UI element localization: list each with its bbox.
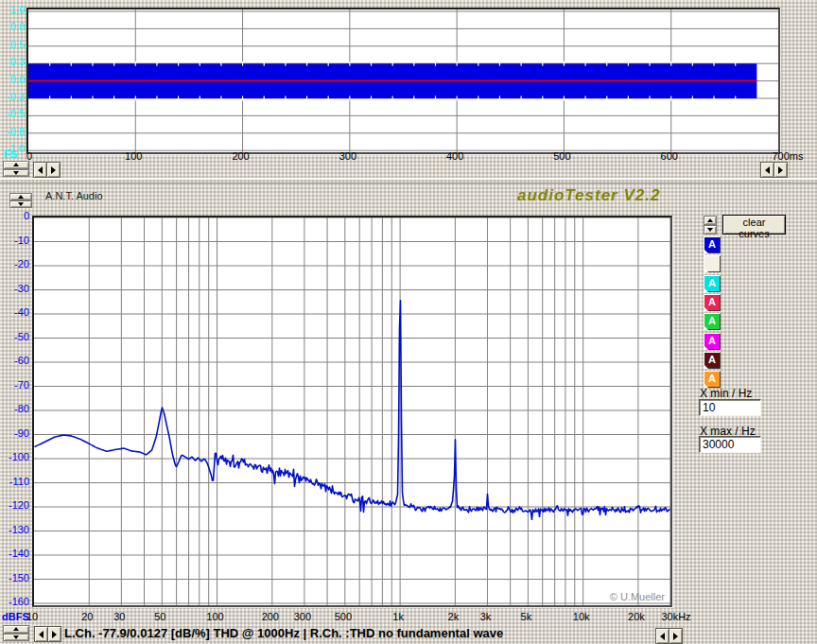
curve-select-down-button[interactable]: [704, 225, 717, 235]
scope-y-tick-label: 0.3: [0, 57, 25, 67]
scope-y-tick-label: -0.8: [0, 127, 25, 137]
analyzer-y-zoom-up-button[interactable]: [9, 193, 32, 200]
button-fold-decoration: [704, 287, 708, 292]
curve-select-up-button[interactable]: [704, 216, 717, 225]
spectrum-y-tick-label: -50: [0, 332, 29, 342]
spectrum-y-tick-label: -130: [0, 525, 29, 535]
scope-x-tick-label: 700ms: [759, 151, 816, 162]
curve-button-pink[interactable]: A: [704, 294, 721, 311]
panel-divider: [0, 178, 817, 183]
spectrum-x-tick-label: 10k: [553, 612, 610, 622]
copyright-label: © U.Mueller: [610, 591, 665, 602]
curve-button-blank[interactable]: [704, 255, 721, 272]
scope-x-tick-label: 100: [105, 151, 162, 162]
scope-x-tick-label: 200: [213, 151, 269, 162]
spectrum-y-tick-label: 0: [0, 211, 29, 221]
spectrum-scroll-left-button[interactable]: [655, 628, 669, 644]
spectrum-x-tick-label: 30kHz: [648, 612, 704, 622]
curve-button-orange[interactable]: A: [704, 371, 721, 388]
curve-button-green[interactable]: A: [704, 313, 721, 330]
spectrum-y-tick-label: -40: [0, 307, 29, 318]
scope-y-tick-label: -0.3: [0, 92, 25, 102]
scope-y-tick-label: 0.8: [0, 22, 25, 32]
spectrum-pan-right-button[interactable]: [47, 626, 61, 642]
spectrum-y-tick-label: -110: [0, 477, 29, 487]
xmin-label: X min / Hz: [700, 387, 752, 400]
scope-y-zoom-up-button[interactable]: [3, 161, 29, 169]
scope-y-zoom-spinner[interactable]: [3, 161, 29, 177]
audiotester-window: 1.00.80.50.30.0-0.3-0.5-0.8-1.0 FS 01002…: [0, 0, 817, 644]
app-title: audioTester V2.2: [517, 186, 660, 205]
scope-x-tick-label: 600: [641, 151, 698, 162]
spectrum-y-tick-label: -30: [0, 284, 29, 294]
spectrum-pan-left-button[interactable]: [34, 626, 48, 642]
status-spinner-down-button[interactable]: [3, 634, 29, 642]
button-fold-decoration: [704, 364, 708, 369]
spectrum-plot-area: © U.Mueller: [32, 216, 672, 607]
spectrum-y-tick-label: -150: [0, 573, 29, 583]
spectrum-x-tick-label: 10: [4, 612, 61, 622]
spectrum-y-tick-label: -90: [0, 428, 29, 439]
scope-y-axis-unit-label: FS: [4, 149, 17, 160]
scope-plot-area: [26, 8, 780, 154]
curve-button-maroon[interactable]: A: [704, 352, 721, 369]
button-fold-decoration: [704, 306, 708, 311]
curve-button-cyan[interactable]: A: [704, 275, 721, 292]
status-text: L.Ch. -77.9/0.0127 [dB/%] THD @ 1000Hz |…: [64, 626, 503, 640]
scope-pan-left-button[interactable]: [33, 162, 47, 178]
spectrum-y-tick-label: -100: [0, 452, 29, 462]
scope-x-tick-label: 400: [426, 151, 483, 162]
scope-y-tick-label: -0.5: [0, 109, 25, 119]
scope-y-zoom-down-button[interactable]: [3, 169, 29, 178]
spectrum-y-tick-label: -80: [0, 404, 29, 414]
scope-pan-right-button[interactable]: [46, 162, 61, 178]
scope-scroll-left-button[interactable]: [760, 162, 774, 178]
button-fold-decoration: [704, 345, 708, 350]
spectrum-x-tick-label: 1k: [370, 612, 426, 622]
status-spinner[interactable]: [3, 625, 29, 641]
curve-button-magenta[interactable]: A: [704, 333, 721, 350]
curve-button-blue[interactable]: A: [704, 236, 721, 253]
spectrum-y-tick-label: -10: [0, 235, 29, 246]
curve-select-spinner[interactable]: [704, 216, 717, 235]
analyzer-y-zoom-spinner[interactable]: [9, 193, 32, 208]
spectrum-chart: [34, 218, 670, 605]
spectrum-x-tick-label: 100: [187, 612, 244, 622]
spectrum-y-tick-label: -60: [0, 356, 29, 366]
scope-y-tick-label: 0.5: [0, 40, 25, 50]
clear-curves-button[interactable]: clear curves: [722, 215, 786, 235]
button-fold-decoration: [704, 325, 708, 330]
spectrum-y-tick-label: -160: [0, 597, 29, 607]
spectrum-x-tick-label: 500: [315, 612, 372, 622]
spectrum-y-tick-label: -140: [0, 548, 29, 559]
spectrum-y-tick-label: -70: [0, 380, 29, 391]
vendor-label: A.N.T. Audio: [45, 190, 103, 201]
scope-x-tick-label: 300: [320, 151, 376, 162]
status-spinner-up-button[interactable]: [3, 625, 29, 634]
spectrum-x-tick-label: 5k: [497, 612, 554, 622]
button-fold-decoration: [704, 249, 708, 253]
scope-x-tick-label: 500: [533, 151, 590, 162]
button-fold-decoration: [704, 268, 708, 272]
scope-y-tick-label: 0.0: [0, 75, 25, 85]
scope-y-tick-label: 1.0: [0, 5, 25, 15]
xmax-input[interactable]: [699, 436, 761, 453]
spectrum-y-tick-label: -20: [0, 259, 29, 270]
analyzer-y-zoom-down-button[interactable]: [9, 200, 32, 208]
waveform-chart: [28, 9, 778, 152]
xmin-input[interactable]: [699, 399, 761, 416]
spectrum-scroll-right-button[interactable]: [669, 628, 683, 644]
scope-scroll-right-button[interactable]: [774, 162, 788, 178]
spectrum-y-tick-label: -120: [0, 500, 29, 511]
spectrum-x-tick-label: 50: [131, 612, 188, 622]
